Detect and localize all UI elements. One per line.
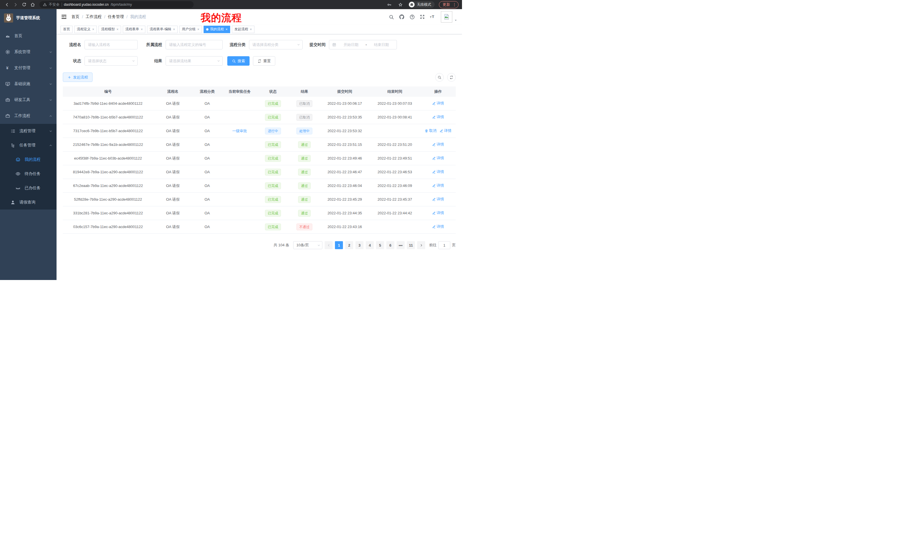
kebab-menu-icon[interactable] <box>452 3 457 7</box>
github-icon[interactable] <box>399 14 405 20</box>
page-button-6[interactable]: 6 <box>386 241 394 249</box>
avatar[interactable] <box>441 11 452 22</box>
status-select[interactable] <box>84 56 138 66</box>
page-button-4[interactable]: 4 <box>366 241 374 249</box>
sidebar-item-my-process[interactable]: 我的流程 <box>0 153 57 167</box>
sidebar-item-home[interactable]: 首页 <box>0 28 57 44</box>
row-action-detail-link[interactable]: 详情 <box>432 142 444 147</box>
fontsize-icon[interactable]: TT <box>430 14 435 20</box>
row-action-detail-link[interactable]: 详情 <box>432 114 444 120</box>
row-action-detail-link[interactable]: 详情 <box>432 183 444 188</box>
breadcrumb-item[interactable]: 工作流程 <box>86 14 102 19</box>
table-row[interactable]: 67c2eaab-7b9a-11ec-a290-acde48001122 OA … <box>63 179 456 193</box>
caret-down-icon[interactable] <box>454 18 458 22</box>
sidebar-item-system[interactable]: 系统管理 <box>0 44 57 60</box>
forward-button[interactable] <box>12 1 19 8</box>
sidebar-item-process-mgmt[interactable]: 流程管理 <box>0 124 57 138</box>
sidebar-item-dev-tools[interactable]: 研发工具 <box>0 92 57 108</box>
close-icon[interactable]: × <box>92 28 94 31</box>
gauge-icon <box>5 33 10 39</box>
table-row[interactable]: 2152467e-7b9b-11ec-9a1b-acde48001122 OA … <box>63 138 456 151</box>
sidebar-item-infra[interactable]: 基础设施 <box>0 76 57 92</box>
row-action-detail-link[interactable]: 详情 <box>432 210 444 216</box>
sidebar-item-todo-tasks[interactable]: 待办任务 <box>0 167 57 181</box>
page-button-3[interactable]: 3 <box>356 241 363 249</box>
table-row[interactable]: 03c6c157-7b9a-11ec-a290-acde48001122 OA … <box>63 220 456 234</box>
fullscreen-icon[interactable] <box>420 14 425 19</box>
close-icon[interactable]: × <box>117 28 118 31</box>
page-button-1[interactable]: 1 <box>335 241 343 249</box>
tab-my-process[interactable]: 我的流程 × <box>204 26 230 33</box>
page-button-2[interactable]: 2 <box>345 241 353 249</box>
close-icon[interactable]: × <box>226 28 228 31</box>
result-badge: 通过 <box>298 183 310 189</box>
star-icon[interactable] <box>397 1 404 8</box>
back-button[interactable] <box>3 1 10 8</box>
tab-process-form[interactable]: 流程表单 × <box>123 26 146 33</box>
result-select[interactable] <box>166 56 223 66</box>
process-definition-input[interactable] <box>166 40 223 49</box>
tab-process-form-edit[interactable]: 流程表单-编辑 × <box>147 26 178 33</box>
address-bar[interactable]: 不安全 dashboard.yudao.iocoder.cn/bpm/task/… <box>39 1 194 8</box>
key-icon[interactable] <box>386 1 393 8</box>
row-action-detail-link[interactable]: 详情 <box>440 128 452 133</box>
refresh-icon <box>258 59 261 63</box>
row-action-detail-link[interactable]: 详情 <box>432 197 444 202</box>
row-action-detail-link[interactable]: 详情 <box>432 156 444 161</box>
start-date-placeholder[interactable]: 开始日期 <box>339 42 363 47</box>
tab-process-definition[interactable]: 流程定义 × <box>74 26 97 33</box>
table-row[interactable]: 7470a810-7b9b-11ec-b5b7-acde48001122 OA … <box>63 111 456 124</box>
prev-page-button[interactable] <box>325 241 333 249</box>
create-process-button[interactable]: 发起流程 <box>63 72 93 82</box>
breadcrumb-item[interactable]: 首页 <box>71 14 80 19</box>
page-size-select[interactable]: 10条/页 <box>293 241 322 249</box>
tab-user-group[interactable]: 用户分组 × <box>179 26 202 33</box>
table-row[interactable]: 3ad174fb-7b9d-11ec-8404-acde48001122 OA … <box>63 97 456 111</box>
table-row[interactable]: 331bc281-7b9a-11ec-a290-acde48001122 OA … <box>63 207 456 220</box>
table-row[interactable]: 52ffd28e-7b9a-11ec-a290-acde48001122 OA … <box>63 193 456 207</box>
more-pages-button[interactable]: ••• <box>397 241 405 249</box>
breadcrumb-item[interactable]: 任务管理 <box>108 14 124 19</box>
process-name-input[interactable] <box>84 40 138 49</box>
close-icon[interactable]: × <box>141 28 143 31</box>
reset-button[interactable]: 重置 <box>253 56 275 66</box>
close-icon[interactable]: × <box>173 28 175 31</box>
table-row[interactable]: 819442e8-7b9a-11ec-a290-acde48001122 OA … <box>63 165 456 179</box>
table-row[interactable]: 7317cec6-7b9b-11ec-b5b7-acde48001122 OA … <box>63 124 456 138</box>
table-refresh-button[interactable] <box>447 73 456 82</box>
page-button-11[interactable]: 11 <box>407 241 415 249</box>
sidebar-item-payment[interactable]: ¥ 支付管理 <box>0 60 57 76</box>
search-button[interactable]: 搜索 <box>227 56 249 66</box>
table-search-toggle-button[interactable] <box>435 73 444 82</box>
submit-time-range-picker[interactable]: 开始日期 - 结束日期 <box>329 40 397 49</box>
search-icon[interactable] <box>388 14 394 20</box>
sidebar-item-workflow[interactable]: 工作流程 <box>0 108 57 124</box>
goto-page-input[interactable] <box>438 241 450 249</box>
table-row[interactable]: ec45f38f-7b9a-11ec-b03b-acde48001122 OA … <box>63 151 456 165</box>
update-label[interactable]: 更新 <box>442 2 450 7</box>
close-icon[interactable]: × <box>197 28 199 31</box>
sidebar-item-done-tasks[interactable]: 已办任务 <box>0 181 57 195</box>
close-icon[interactable]: × <box>250 28 252 31</box>
page-button-5[interactable]: 5 <box>376 241 384 249</box>
process-category-select[interactable] <box>249 40 303 49</box>
end-date-placeholder[interactable]: 结束日期 <box>369 42 394 47</box>
current-task-link[interactable]: 一级审批 <box>232 129 247 133</box>
row-action-detail-link[interactable]: 详情 <box>432 224 444 229</box>
reload-button[interactable] <box>21 1 27 8</box>
home-button[interactable] <box>29 1 36 8</box>
next-page-button[interactable] <box>417 241 425 249</box>
tab-home[interactable]: 首页 <box>60 26 72 33</box>
question-icon[interactable] <box>410 14 415 20</box>
tab-start-process[interactable]: 发起流程 × <box>232 26 254 33</box>
hamburger-icon[interactable] <box>61 14 67 20</box>
row-action-cancel-link[interactable]: 取消 <box>424 128 436 133</box>
app-logo-row[interactable]: 芋道管理系统 <box>0 10 57 26</box>
sidebar-item-task-mgmt[interactable]: 任务管理 <box>0 138 57 153</box>
row-action-detail-link[interactable]: 详情 <box>432 169 444 174</box>
row-action-detail-link[interactable]: 详情 <box>432 101 444 106</box>
tab-process-model[interactable]: 流程模型 × <box>99 26 121 33</box>
browser-update-button[interactable]: 更新 <box>439 1 459 8</box>
sidebar-item-leave-query[interactable]: 请假查询 <box>0 195 57 210</box>
security-label[interactable]: 不安全 <box>49 2 60 7</box>
